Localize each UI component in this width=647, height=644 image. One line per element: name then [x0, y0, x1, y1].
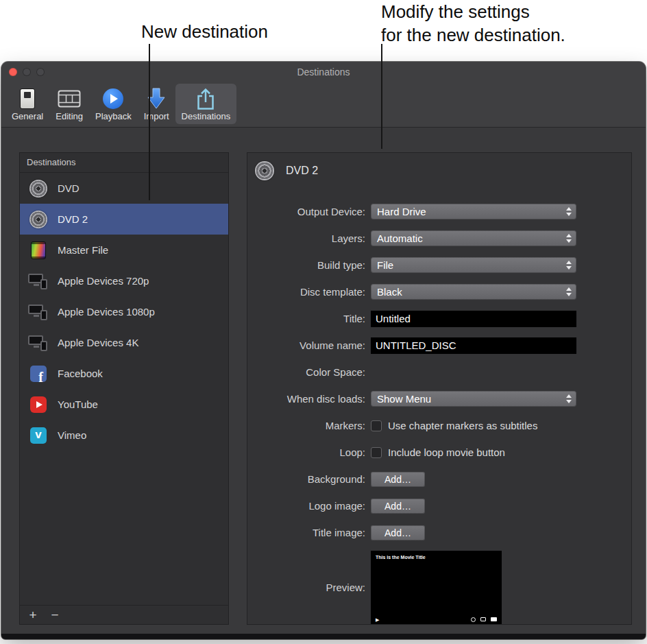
sidebar-item-label: Facebook [58, 368, 103, 379]
field-label: Color Space: [247, 366, 371, 378]
sidebar-item-label: DVD 2 [58, 213, 88, 225]
preview-movie-title: This is the Movie Title [376, 555, 426, 560]
disc-icon [28, 180, 49, 198]
sidebar-item-apple-devices-4k[interactable]: Apple Devices 4K [20, 327, 228, 358]
settings-form: Output Device: Hard Drive Layers: Automa… [247, 198, 631, 626]
youtube-icon [28, 396, 49, 413]
play-icon: ▶ [376, 617, 379, 622]
field-label: Build type: [247, 259, 371, 271]
row-logo-image: Logo image: Add… [247, 492, 631, 519]
title-field[interactable]: Untitled [371, 311, 576, 327]
field-label: Output Device: [247, 206, 371, 217]
field-label: Volume name: [247, 339, 371, 351]
sidebar-item-label: Apple Devices 720p [58, 275, 149, 287]
remove-destination-button[interactable]: − [49, 608, 61, 621]
field-label: Background: [247, 473, 371, 485]
add-destination-button[interactable]: + [27, 608, 39, 621]
import-icon [147, 86, 165, 111]
build-type-select[interactable]: File [371, 257, 576, 273]
sidebar-item-facebook[interactable]: Facebook [20, 358, 228, 389]
checkbox-label: Include loop movie button [388, 446, 505, 458]
sidebar-item-youtube[interactable]: YouTube [20, 389, 228, 420]
destination-settings-panel: DVD 2 Output Device: Hard Drive Layers: … [247, 152, 632, 625]
apple-devices-icon [28, 335, 49, 351]
playback-icon [103, 86, 123, 111]
film-icon [28, 241, 49, 259]
row-when-disc-loads: When disc loads: Show Menu [247, 385, 631, 412]
preferences-window: Destinations General Editing Playback [1, 62, 646, 639]
sidebar-item-master-file[interactable]: Master File [20, 235, 228, 265]
close-button[interactable] [9, 68, 17, 76]
callout-line-new-destination [149, 44, 150, 200]
field-label: Disc template: [247, 286, 371, 298]
output-device-select[interactable]: Hard Drive [371, 204, 576, 219]
toolbar-item-playback[interactable]: Playback [89, 84, 138, 124]
sidebar-item-label: Vimeo [58, 429, 86, 441]
row-disc-template: Disc template: Black [247, 278, 631, 305]
row-preview: Preview: This is the Movie Title ▶ [247, 549, 631, 626]
toolbar-item-editing[interactable]: Editing [49, 84, 89, 124]
toolbar-item-import[interactable]: Import [138, 84, 175, 124]
row-layers: Layers: Automatic [247, 225, 631, 252]
field-label: Preview: [247, 582, 371, 593]
destinations-sidebar: Destinations DVD DVD 2 Master File Apple… [19, 152, 229, 625]
chevron-updown-icon [566, 287, 572, 296]
when-disc-loads-select[interactable]: Show Menu [371, 391, 576, 407]
volume-name-field[interactable]: UNTITLED_DISC [371, 337, 576, 354]
camera-icon [491, 617, 497, 621]
window-title: Destinations [1, 62, 646, 82]
markers-checkbox[interactable] [371, 420, 382, 431]
share-icon [196, 86, 215, 111]
sidebar-item-label: Apple Devices 1080p [58, 306, 155, 318]
loop-icon [471, 617, 476, 622]
chevron-updown-icon [566, 394, 572, 403]
checkbox-label: Use chapter markers as subtitles [388, 420, 537, 431]
chevron-updown-icon [566, 234, 572, 243]
traffic-lights [9, 68, 45, 76]
loop-checkbox[interactable] [371, 447, 382, 458]
sidebar-item-apple-devices-720p[interactable]: Apple Devices 720p [20, 265, 228, 296]
toolbar-item-destinations[interactable]: Destinations [175, 84, 237, 124]
layers-select[interactable]: Automatic [371, 230, 576, 246]
row-loop: Loop: Include loop movie button [247, 439, 631, 466]
preferences-toolbar: General Editing Playback [1, 82, 646, 128]
row-title: Title: Untitled [247, 305, 631, 332]
minimize-button[interactable] [23, 68, 31, 76]
zoom-button[interactable] [36, 68, 45, 76]
row-output-device: Output Device: Hard Drive [247, 198, 631, 225]
row-markers: Markers: Use chapter markers as subtitle… [247, 412, 631, 439]
logo-image-add-button[interactable]: Add… [371, 499, 425, 514]
row-build-type: Build type: File [247, 252, 631, 278]
callout-modify-line1: Modify the settings [381, 0, 565, 23]
callout-line-modify-settings [381, 44, 382, 149]
sidebar-item-label: Master File [58, 244, 108, 256]
sidebar-header: Destinations [20, 153, 228, 173]
field-label: Markers: [247, 420, 371, 431]
field-label: Loop: [247, 446, 371, 458]
row-color-space: Color Space: [247, 359, 631, 385]
field-label: Title: [247, 313, 371, 324]
sidebar-empty-space [20, 451, 228, 605]
row-background: Background: Add… [247, 466, 631, 492]
sidebar-item-dvd-2[interactable]: DVD 2 [20, 204, 228, 235]
sidebar-item-dvd[interactable]: DVD [20, 173, 228, 204]
field-label: Title image: [247, 527, 371, 538]
preview-thumbnail: This is the Movie Title ▶ [371, 551, 502, 624]
title-image-add-button[interactable]: Add… [371, 525, 425, 540]
callout-modify-line2: for the new destination. [381, 23, 565, 47]
background-add-button[interactable]: Add… [371, 472, 425, 487]
window-bottom-edge [1, 634, 646, 639]
field-label: When disc loads: [247, 393, 371, 405]
field-label: Layers: [247, 232, 371, 244]
apple-devices-icon [28, 304, 49, 320]
sidebar-item-vimeo[interactable]: Vimeo [20, 420, 228, 451]
sidebar-item-label: YouTube [58, 398, 98, 410]
sidebar-item-apple-devices-1080p[interactable]: Apple Devices 1080p [20, 296, 228, 327]
titlebar: Destinations [1, 62, 646, 82]
facebook-icon [28, 366, 49, 382]
disc-template-select[interactable]: Black [371, 284, 576, 300]
callout-new-destination: New destination [141, 21, 268, 43]
editing-icon [58, 86, 81, 111]
toolbar-item-general[interactable]: General [5, 84, 49, 124]
preview-controls-bar: ▶ [371, 615, 502, 624]
